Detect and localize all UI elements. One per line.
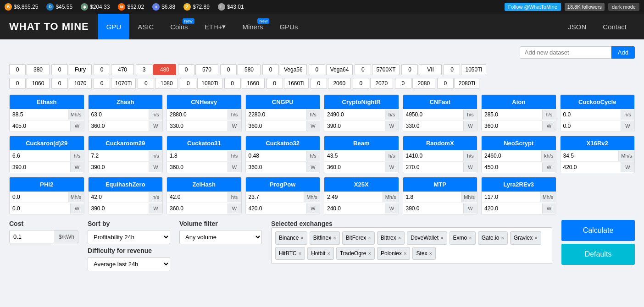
gpu-count-input[interactable] bbox=[94, 78, 110, 89]
algo-header[interactable]: MTP bbox=[403, 177, 477, 192]
gpu-label-btn[interactable]: Vega56 bbox=[280, 64, 307, 75]
algo-power-input[interactable] bbox=[482, 162, 542, 173]
dataset-input[interactable] bbox=[520, 46, 611, 59]
algo-header[interactable]: X16Rv2 bbox=[561, 136, 635, 150]
algo-header[interactable]: Zhash bbox=[89, 95, 163, 109]
algo-power-input[interactable] bbox=[167, 162, 228, 173]
gpu-label-btn[interactable]: VII bbox=[419, 64, 442, 75]
gpu-count-input[interactable] bbox=[180, 78, 196, 89]
algo-power-input[interactable] bbox=[246, 162, 306, 173]
algo-header[interactable]: Lyra2REv3 bbox=[482, 177, 556, 192]
algo-power-input[interactable] bbox=[324, 203, 385, 214]
algo-hashrate-input[interactable] bbox=[482, 109, 542, 120]
sort-select[interactable]: Profitability 24hProfitability 1hRevenue… bbox=[88, 230, 170, 244]
gpu-label-btn[interactable]: 1080 bbox=[155, 78, 178, 89]
gpu-count-input[interactable] bbox=[136, 64, 152, 75]
exchange-remove[interactable]: × bbox=[368, 251, 371, 256]
algo-header[interactable]: EquihashZero bbox=[89, 177, 163, 192]
gpu-label-btn[interactable]: 570 bbox=[195, 64, 218, 75]
algo-header[interactable]: Cuckaroom29 bbox=[89, 136, 163, 150]
gpu-count-input[interactable] bbox=[266, 78, 283, 89]
algo-hashrate-input[interactable] bbox=[403, 109, 464, 120]
algo-hashrate-input[interactable] bbox=[482, 150, 541, 161]
algo-hashrate-input[interactable] bbox=[167, 150, 228, 161]
algo-power-input[interactable] bbox=[167, 203, 228, 214]
algo-power-input[interactable] bbox=[561, 121, 621, 132]
gpu-label-btn[interactable]: 2080Ti bbox=[455, 78, 479, 89]
algo-header[interactable]: CuckooCycle bbox=[561, 95, 635, 109]
gpu-label-btn[interactable]: 1660Ti bbox=[284, 78, 309, 89]
algo-hashrate-input[interactable] bbox=[10, 150, 70, 161]
algo-power-input[interactable] bbox=[403, 121, 464, 132]
algo-header[interactable]: X25X bbox=[324, 177, 399, 192]
exchange-remove[interactable]: × bbox=[404, 251, 406, 256]
algo-power-input[interactable] bbox=[10, 162, 70, 173]
algo-power-input[interactable] bbox=[324, 121, 385, 132]
gpu-count-input[interactable] bbox=[395, 78, 411, 89]
algo-header[interactable]: Beam bbox=[324, 136, 399, 150]
algo-hashrate-input[interactable] bbox=[561, 150, 619, 161]
gpu-label-btn[interactable]: 2070 bbox=[370, 78, 393, 89]
exchange-remove[interactable]: × bbox=[534, 235, 537, 241]
cost-input[interactable] bbox=[9, 230, 55, 243]
gpu-label-btn[interactable]: 1070Ti bbox=[111, 78, 136, 89]
gpu-label-btn[interactable]: Vega64 bbox=[326, 64, 353, 75]
follow-button[interactable]: Follow @WhatToMine bbox=[505, 3, 561, 11]
gpu-count-input[interactable] bbox=[353, 78, 369, 89]
algo-hashrate-input[interactable] bbox=[167, 192, 228, 203]
algo-hashrate-input[interactable] bbox=[10, 109, 68, 120]
exchange-remove[interactable]: × bbox=[469, 235, 472, 241]
gpu-label-btn[interactable]: 5700XT bbox=[372, 64, 400, 75]
gpu-count-input[interactable] bbox=[9, 64, 26, 75]
exchange-remove[interactable]: × bbox=[398, 235, 401, 241]
gpu-label-btn[interactable]: Fury bbox=[69, 64, 92, 75]
nav-item-asic[interactable]: ASIC bbox=[129, 14, 162, 39]
nav-item-gpus[interactable]: GPUs bbox=[271, 14, 306, 39]
algo-header[interactable]: Ethash bbox=[10, 95, 84, 109]
exchange-remove[interactable]: × bbox=[368, 235, 371, 241]
algo-power-input[interactable] bbox=[167, 121, 228, 132]
gpu-count-input[interactable] bbox=[401, 64, 418, 75]
algo-header[interactable]: PHI2 bbox=[10, 177, 84, 192]
exchange-remove[interactable]: × bbox=[300, 235, 303, 241]
algo-power-input[interactable] bbox=[482, 203, 542, 214]
algo-power-input[interactable] bbox=[246, 121, 306, 132]
gpu-count-input[interactable] bbox=[220, 64, 237, 75]
volume-select[interactable]: Any volume> $1k> $10k> $100k bbox=[179, 230, 262, 244]
gpu-label-btn[interactable]: 2060 bbox=[328, 78, 351, 89]
defaults-button[interactable]: Defaults bbox=[561, 244, 635, 265]
algo-hashrate-input[interactable] bbox=[403, 150, 464, 161]
algo-hashrate-input[interactable] bbox=[246, 150, 306, 161]
algo-header[interactable]: ZelHash bbox=[167, 177, 241, 192]
nav-item-coins[interactable]: CoinsNew bbox=[162, 14, 196, 39]
gpu-count-input[interactable] bbox=[51, 64, 68, 75]
exchange-remove[interactable]: × bbox=[429, 251, 432, 256]
algo-header[interactable]: CryptoNightR bbox=[324, 95, 399, 109]
add-dataset-button[interactable]: Add bbox=[611, 46, 635, 59]
algo-hashrate-input[interactable] bbox=[10, 192, 68, 203]
gpu-count-input[interactable] bbox=[224, 78, 241, 89]
gpu-count-input[interactable] bbox=[437, 78, 454, 89]
algo-hashrate-input[interactable] bbox=[324, 192, 383, 203]
gpu-count-input[interactable] bbox=[9, 78, 26, 89]
gpu-label-btn[interactable]: 380 bbox=[27, 64, 50, 75]
nav-right-item-json[interactable]: JSON bbox=[560, 14, 594, 39]
gpu-label-btn[interactable]: 1660 bbox=[242, 78, 265, 89]
algo-header[interactable]: Cuckatoo31 bbox=[167, 136, 241, 150]
algo-header[interactable]: RandomX bbox=[403, 136, 477, 150]
algo-header[interactable]: CNGPU bbox=[246, 95, 320, 109]
algo-power-input[interactable] bbox=[403, 162, 464, 173]
gpu-count-input[interactable] bbox=[309, 64, 325, 75]
algo-hashrate-input[interactable] bbox=[89, 192, 149, 203]
algo-header[interactable]: ProgPow bbox=[246, 177, 320, 192]
gpu-label-btn[interactable]: 2080 bbox=[412, 78, 435, 89]
gpu-label-btn[interactable]: 470 bbox=[111, 64, 134, 75]
algo-power-input[interactable] bbox=[324, 162, 385, 173]
gpu-count-input[interactable] bbox=[51, 78, 68, 89]
algo-power-input[interactable] bbox=[561, 162, 621, 173]
algo-hashrate-input[interactable] bbox=[561, 109, 621, 120]
gpu-label-btn[interactable]: 1080Ti bbox=[197, 78, 222, 89]
gpu-label-btn[interactable]: 1060 bbox=[27, 78, 50, 89]
exchange-remove[interactable]: × bbox=[327, 251, 330, 256]
algo-hashrate-input[interactable] bbox=[167, 109, 228, 120]
